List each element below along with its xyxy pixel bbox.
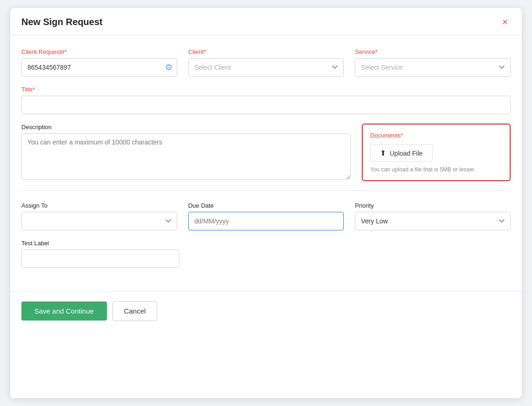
due-date-input[interactable] bbox=[188, 212, 344, 230]
client-request-label: Client Request#* bbox=[21, 48, 177, 55]
service-select[interactable]: Select Service bbox=[355, 58, 511, 77]
assign-to-select[interactable] bbox=[21, 212, 177, 230]
test-label-group: Test Label bbox=[21, 240, 180, 268]
title-label: Title* bbox=[21, 86, 511, 93]
description-label: Description bbox=[21, 124, 351, 131]
modal-header: New Sign Request × bbox=[10, 8, 522, 35]
upload-btn-label: Upload File bbox=[390, 150, 423, 157]
client-request-input[interactable] bbox=[21, 58, 177, 77]
client-label: Client* bbox=[188, 48, 344, 55]
test-label-input[interactable] bbox=[21, 249, 180, 268]
priority-select[interactable]: Very Low Low Medium High Very High bbox=[355, 212, 511, 230]
modal-body: Client Request#* ⚙ Client* Select Client… bbox=[10, 35, 522, 287]
priority-group: Priority Very Low Low Medium High Very H… bbox=[355, 202, 511, 230]
title-input[interactable] bbox=[21, 96, 511, 114]
upload-icon: ⬆ bbox=[380, 149, 386, 157]
client-group: Client* Select Client bbox=[188, 48, 344, 77]
assign-to-label: Assign To bbox=[21, 202, 177, 209]
service-label: Service* bbox=[355, 48, 511, 55]
save-and-continue-button[interactable]: Save and Continue bbox=[21, 301, 107, 321]
description-textarea[interactable] bbox=[21, 133, 351, 180]
test-label-row: Test Label bbox=[21, 240, 511, 268]
title-group: Title* bbox=[21, 86, 511, 114]
new-sign-request-modal: New Sign Request × Client Request#* ⚙ Cl… bbox=[10, 8, 522, 398]
cancel-button[interactable]: Cancel bbox=[113, 301, 158, 321]
top-fields-row: Client Request#* ⚙ Client* Select Client… bbox=[21, 48, 511, 77]
modal-title: New Sign Request bbox=[21, 17, 102, 27]
due-date-group: Due Date bbox=[188, 202, 344, 230]
description-group: Description bbox=[21, 124, 351, 181]
documents-box: Documents* ⬆ Upload File You can upload … bbox=[362, 124, 511, 181]
upload-note: You can upload a file that is 5MB or les… bbox=[370, 166, 502, 173]
assign-to-group: Assign To bbox=[21, 202, 177, 230]
due-date-label: Due Date bbox=[188, 202, 344, 209]
assign-due-priority-row: Assign To Due Date Priority Very Low Low… bbox=[21, 202, 511, 230]
close-button[interactable]: × bbox=[499, 16, 511, 27]
client-request-group: Client Request#* ⚙ bbox=[21, 48, 177, 77]
client-request-input-wrapper: ⚙ bbox=[21, 58, 177, 77]
description-section: Description bbox=[21, 124, 351, 181]
client-select[interactable]: Select Client bbox=[188, 58, 344, 77]
priority-label: Priority bbox=[355, 202, 511, 209]
service-group: Service* Select Service bbox=[355, 48, 511, 77]
section-divider bbox=[21, 190, 511, 191]
title-row: Title* bbox=[21, 86, 511, 114]
description-documents-row: Description Documents* ⬆ Upload File You… bbox=[21, 124, 511, 181]
documents-label: Documents* bbox=[370, 132, 502, 139]
modal-footer: Save and Continue Cancel bbox=[10, 291, 522, 332]
test-label-label: Test Label bbox=[21, 240, 180, 247]
upload-file-button[interactable]: ⬆ Upload File bbox=[370, 144, 432, 162]
